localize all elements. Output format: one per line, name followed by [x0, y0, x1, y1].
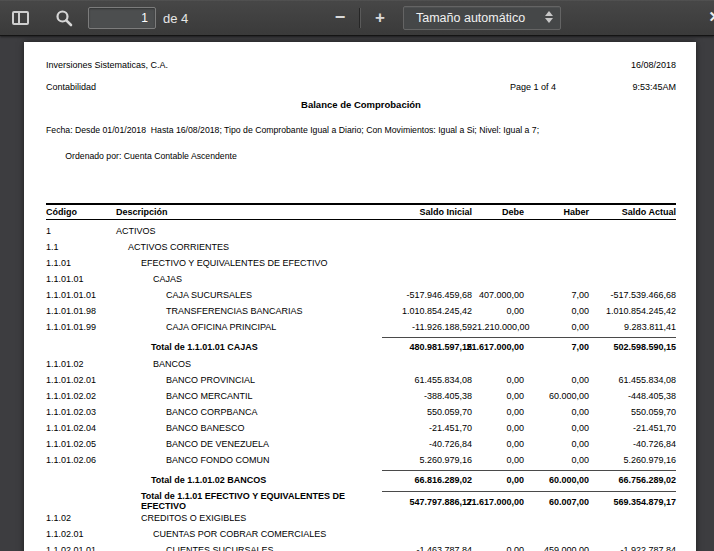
- pdf-page: Inversiones Sistematicas, C.A. Contabili…: [24, 42, 696, 551]
- table-row: Total de 1.1.01 EFECTIVO Y EQUIVALENTES …: [46, 489, 676, 510]
- cell-debe: 21.210.000,00: [472, 322, 524, 332]
- table-row: 1.1.02.01.01CLIENTES SUCURSALES-1.463.78…: [46, 542, 676, 551]
- cell-descripcion: BANCO FONDO COMUN: [116, 455, 382, 465]
- cell-total-label: Total de 1.1.01 EFECTIVO Y EQUIVALENTES …: [116, 491, 382, 511]
- pdf-viewer-area: Inversiones Sistematicas, C.A. Contabili…: [0, 37, 714, 551]
- cell-saldo-inicial: -517.946.459,68: [382, 290, 472, 300]
- cell-codigo: 1.1.01.01.98: [46, 306, 116, 316]
- cell-saldo-actual: -448.405,38: [589, 391, 676, 401]
- cell-debe: 0,00: [472, 545, 524, 551]
- cell-saldo-inicial: -388.405,38: [382, 391, 472, 401]
- cell-saldo-inicial: -1.463.787,84: [382, 545, 472, 551]
- cell-haber: 459.000,00: [524, 545, 589, 551]
- cell-codigo: 1.1.01.01.01: [46, 290, 116, 300]
- cell-descripcion: CAJA SUCURSALES: [116, 290, 382, 300]
- cell-saldo-inicial: 66.816.289,02: [382, 470, 472, 489]
- cell-haber: 7,00: [524, 337, 589, 356]
- report-filters: Fecha: Desde 01/01/2018 Hasta 16/08/2018…: [46, 124, 676, 176]
- search-button[interactable]: [50, 5, 78, 30]
- cell-saldo-inicial: 5.260.979,16: [382, 455, 472, 465]
- zoom-out-button[interactable]: −: [326, 5, 354, 30]
- cell-haber: 0,00: [524, 455, 589, 465]
- filters-line1: Fecha: Desde 01/01/2018 Hasta 16/08/2018…: [46, 125, 539, 135]
- zoom-in-button[interactable]: +: [366, 5, 394, 30]
- cell-saldo-inicial: 550.059,70: [382, 407, 472, 417]
- cell-haber: 7,00: [524, 290, 589, 300]
- cell-debe: 0,00: [472, 375, 524, 385]
- cell-haber: 0,00: [524, 439, 589, 449]
- cell-haber: 60.000,00: [524, 470, 589, 489]
- page-number-input[interactable]: [88, 7, 156, 29]
- zoom-select[interactable]: Tamaño automático: [403, 6, 561, 30]
- report-header: Inversiones Sistematicas, C.A. Contabili…: [46, 42, 676, 98]
- table-row: 1.1.01.02.02BANCO MERCANTIL-388.405,380,…: [46, 388, 676, 404]
- cell-saldo-inicial: 1.010.854.245,42: [382, 306, 472, 316]
- cell-descripcion: CAJAS: [116, 274, 382, 284]
- cell-descripcion: BANCOS: [116, 359, 382, 369]
- table-header-row: Código Descripción Saldo Inicial Debe Ha…: [46, 203, 676, 220]
- close-icon[interactable]: ✕: [708, 8, 714, 26]
- cell-debe: 407.000,00: [472, 290, 524, 300]
- cell-codigo: 1.1.01.01.99: [46, 322, 116, 332]
- cell-debe: 21.617.000,00: [472, 491, 524, 511]
- cell-debe: 0,00: [472, 423, 524, 433]
- table-row: 1.1.01.02.06BANCO FONDO COMUN5.260.979,1…: [46, 452, 676, 468]
- col-header-codigo: Código: [46, 207, 116, 217]
- table-row: 1.1.01.01.01CAJA SUCURSALES-517.946.459,…: [46, 287, 676, 303]
- cell-saldo-inicial: 547.797.886,17: [382, 491, 472, 511]
- cell-descripcion: BANCO DE VENEZUELA: [116, 439, 382, 449]
- table-row: Total de 1.1.01.01 CAJAS480.981.597,1521…: [46, 335, 676, 356]
- cell-debe: 0,00: [472, 407, 524, 417]
- table-row: 1.1.01EFECTIVO Y EQUIVALENTES DE EFECTIV…: [46, 255, 676, 271]
- zoom-select-value: Tamaño automático: [416, 11, 525, 25]
- cell-codigo: 1.1.02.01: [46, 529, 116, 539]
- cell-debe: 0,00: [472, 470, 524, 489]
- table-row: 1.1ACTIVOS CORRIENTES: [46, 239, 676, 255]
- cell-codigo: 1.1: [46, 242, 116, 252]
- cell-debe: 0,00: [472, 306, 524, 316]
- cell-codigo: 1.1.01.02.06: [46, 455, 116, 465]
- page-count-label: de 4: [163, 11, 188, 26]
- table-row: 1.1.01.02BANCOS: [46, 356, 676, 372]
- cell-debe: 0,00: [472, 391, 524, 401]
- report-page-label: Page 1 of 4: [510, 82, 556, 92]
- cell-haber: 0,00: [524, 306, 589, 316]
- cell-descripcion: CUENTAS POR COBRAR COMERCIALES: [116, 529, 382, 539]
- col-header-descripcion: Descripción: [116, 207, 382, 217]
- cell-codigo: 1.1.01.02: [46, 359, 116, 369]
- cell-saldo-actual: 9.283.811,41: [589, 322, 676, 332]
- cell-descripcion: EFECTIVO Y EQUIVALENTES DE EFECTIVO: [116, 258, 382, 268]
- col-header-haber: Haber: [524, 207, 589, 217]
- cell-haber: 0,00: [524, 322, 589, 332]
- cell-haber: 60.007,00: [524, 491, 589, 511]
- cell-debe: 0,00: [472, 455, 524, 465]
- cell-codigo: 1.1.01.02.05: [46, 439, 116, 449]
- trial-balance-table: Código Descripción Saldo Inicial Debe Ha…: [46, 203, 676, 551]
- table-body: 1ACTIVOS1.1ACTIVOS CORRIENTES1.1.01EFECT…: [46, 223, 676, 551]
- col-header-saldo-inicial: Saldo Inicial: [382, 207, 472, 217]
- table-row: 1.1.01.01CAJAS: [46, 271, 676, 287]
- cell-saldo-actual: -21.451,70: [589, 423, 676, 433]
- cell-saldo-actual: 550.059,70: [589, 407, 676, 417]
- module-name: Contabilidad: [46, 82, 96, 92]
- cell-descripcion: CAJA OFICINA PRINCIPAL: [116, 322, 382, 332]
- cell-codigo: 1.1.01.01: [46, 274, 116, 284]
- report-title: Balance de Comprobación: [46, 99, 676, 110]
- cell-descripcion: CLIENTES SUCURSALES: [116, 545, 382, 551]
- sidebar-toggle-button[interactable]: [6, 5, 34, 30]
- cell-codigo: 1: [46, 226, 116, 236]
- cell-saldo-actual: 5.260.979,16: [589, 455, 676, 465]
- cell-descripcion: CREDITOS O EXIGIBLES: [116, 513, 382, 523]
- cell-codigo: 1.1.01.02.04: [46, 423, 116, 433]
- cell-saldo-actual: -517.539.466,68: [589, 290, 676, 300]
- company-name: Inversiones Sistematicas, C.A.: [46, 60, 168, 70]
- search-icon: [55, 9, 73, 27]
- sidebar-toggle-icon: [12, 11, 29, 25]
- cell-codigo: 1.1.01.02.02: [46, 391, 116, 401]
- cell-saldo-actual: -1.922.787,84: [589, 545, 676, 551]
- cell-descripcion: BANCO BANESCO: [116, 423, 382, 433]
- cell-haber: 60.000,00: [524, 391, 589, 401]
- cell-descripcion: BANCO CORPBANCA: [116, 407, 382, 417]
- table-row: 1.1.01.02.03BANCO CORPBANCA550.059,700,0…: [46, 404, 676, 420]
- cell-saldo-inicial: 480.981.597,15: [382, 337, 472, 356]
